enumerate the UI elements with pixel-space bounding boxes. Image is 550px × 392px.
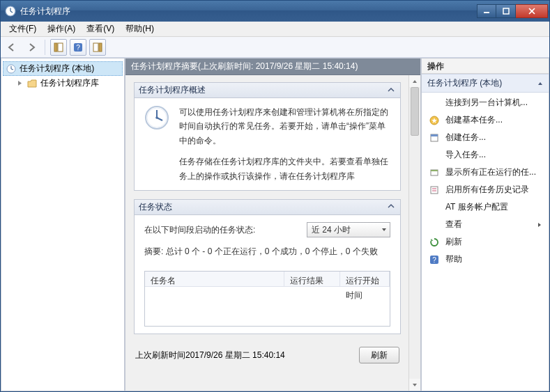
status-table-head: 任务名 运行结果 运行开始时间: [145, 272, 390, 287]
task-icon: [429, 132, 440, 143]
blank-icon: [429, 219, 440, 230]
time-range-value: 近 24 小时: [312, 223, 351, 237]
col-run-result[interactable]: 运行结果: [284, 272, 340, 286]
actions-pane: 操作 任务计划程序 (本地) 连接到另一台计算机... 创建基本任务...: [421, 58, 549, 391]
menu-help[interactable]: 帮助(H): [120, 22, 160, 36]
blank-icon: [429, 202, 440, 213]
vertical-scrollbar[interactable]: [408, 75, 420, 391]
navigation-tree[interactable]: 任务计划程序 (本地) 任务计划程序库: [1, 58, 125, 391]
time-range-dropdown[interactable]: 近 24 小时: [307, 222, 390, 237]
actions-section-header[interactable]: 任务计划程序 (本地): [422, 74, 549, 93]
center-header: 任务计划程序摘要(上次刷新时间: 2017/9/26 星期二 15:40:14): [125, 58, 420, 75]
nav-back-button[interactable]: [3, 39, 20, 56]
blank-icon: [429, 97, 440, 109]
status-summary: 摘要: 总计 0 个 - 0 个正在运行，0 个成功，0 个停止，0 个失败: [144, 244, 390, 258]
svg-rect-8: [58, 43, 63, 52]
menu-view[interactable]: 查看(V): [81, 22, 120, 36]
action-import[interactable]: 导入任务...: [422, 146, 549, 164]
toolbar: ?: [1, 37, 549, 58]
status-group: 任务状态 在以下时间段启动的任务状态: 近 24 小时: [134, 199, 401, 334]
close-button[interactable]: [516, 4, 548, 18]
scroll-track[interactable]: [409, 87, 420, 379]
status-header[interactable]: 任务状态: [135, 200, 400, 215]
action-refresh-label: 刷新: [445, 236, 543, 248]
action-connect-label: 连接到另一台计算机...: [445, 97, 543, 109]
action-create-task[interactable]: 创建任务...: [422, 129, 549, 146]
action-refresh[interactable]: 刷新: [422, 233, 549, 251]
tree-library-label: 任务计划程序库: [40, 77, 99, 89]
status-table: 任务名 运行结果 运行开始时间: [144, 271, 390, 327]
center-body: 任务计划程序概述: [125, 75, 420, 391]
svg-rect-23: [431, 134, 438, 136]
svg-rect-12: [99, 43, 102, 52]
action-help[interactable]: ? 帮助: [422, 251, 549, 268]
action-connect[interactable]: 连接到另一台计算机...: [422, 94, 549, 111]
action-create-basic[interactable]: 创建基本任务...: [422, 111, 549, 129]
action-at-service-label: AT 服务帐户配置: [445, 201, 543, 213]
status-range-label: 在以下时间段启动的任务状态:: [144, 223, 255, 237]
svg-text:?: ?: [76, 44, 80, 52]
status-body: 在以下时间段启动的任务状态: 近 24 小时 摘要: 总计 0 个 - 0 个正…: [135, 215, 400, 334]
svg-rect-25: [431, 170, 438, 171]
blank-icon: [429, 150, 440, 161]
actions-pane-title: 操作: [422, 58, 549, 74]
collapse-icon[interactable]: [386, 202, 396, 212]
overview-group: 任务计划程序概述: [134, 82, 401, 191]
scroll-down-icon[interactable]: [409, 379, 420, 391]
action-enable-history[interactable]: 启用所有任务历史记录: [422, 181, 549, 198]
overview-para2: 任务存储在任务计划程序库的文件夹中。若要查看单独任务上的操作或执行该操作，请在任…: [179, 155, 390, 183]
action-show-running[interactable]: 显示所有正在运行的任...: [422, 164, 549, 181]
refresh-icon: [429, 237, 440, 248]
actions-section-title: 任务计划程序 (本地): [427, 77, 502, 89]
toolbar-separator: [45, 40, 45, 55]
center-footer: 上次刷新时间2017/9/26 星期二 15:40:14 刷新: [134, 343, 401, 363]
history-icon: [429, 185, 440, 196]
refresh-button[interactable]: 刷新: [359, 347, 399, 363]
action-show-running-label: 显示所有正在运行的任...: [445, 166, 543, 178]
action-view-label: 查看: [445, 219, 462, 230]
help-icon: ?: [429, 254, 440, 265]
help-toolbar-button[interactable]: ?: [70, 39, 86, 56]
svg-rect-7: [54, 43, 57, 52]
col-start-time[interactable]: 运行开始时间: [340, 272, 390, 286]
tree-root-node[interactable]: 任务计划程序 (本地): [3, 61, 123, 76]
wizard-icon: [429, 115, 440, 126]
svg-rect-11: [93, 43, 98, 52]
app-clock-icon: [5, 6, 16, 17]
overview-para1: 可以使用任务计划程序来创建和管理计算机将在所指定的时间自动执行的常见任务。若要开…: [179, 105, 390, 148]
maximize-button[interactable]: [496, 4, 516, 18]
window-title: 任务计划程序: [20, 6, 477, 17]
action-enable-history-label: 启用所有任务历史记录: [445, 184, 543, 196]
overview-body: 可以使用任务计划程序来创建和管理计算机将在所指定的时间自动执行的常见任务。若要开…: [135, 98, 400, 190]
svg-text:?: ?: [432, 256, 436, 264]
actions-list: 连接到另一台计算机... 创建基本任务... 创建任务... 导入任务...: [422, 93, 549, 269]
show-hide-tree-button[interactable]: [50, 39, 67, 56]
running-tasks-icon: [429, 167, 440, 178]
col-task-name[interactable]: 任务名: [145, 272, 284, 286]
action-create-basic-label: 创建基本任务...: [445, 114, 543, 126]
nav-forward-button[interactable]: [23, 39, 40, 56]
expand-icon[interactable]: [15, 79, 24, 88]
window-controls: [477, 4, 548, 18]
action-create-task-label: 创建任务...: [445, 132, 543, 143]
collapse-up-icon[interactable]: [537, 79, 543, 88]
tree-library-node[interactable]: 任务计划程序库: [3, 76, 123, 91]
chevron-right-icon: [536, 220, 543, 230]
menu-file[interactable]: 文件(F): [3, 22, 42, 36]
scroll-up-icon[interactable]: [409, 75, 420, 87]
collapse-icon[interactable]: [386, 86, 396, 95]
action-view[interactable]: 查看: [422, 216, 549, 233]
clock-icon: [6, 63, 17, 75]
menubar: 文件(F) 操作(A) 查看(V) 帮助(H): [1, 22, 549, 37]
svg-point-20: [155, 116, 158, 119]
titlebar: 任务计划程序: [1, 1, 549, 22]
scroll-thumb[interactable]: [411, 87, 419, 136]
tree-root-label: 任务计划程序 (本地): [20, 63, 94, 75]
action-at-service[interactable]: AT 服务帐户配置: [422, 198, 549, 216]
menu-action[interactable]: 操作(A): [42, 22, 81, 36]
action-help-label: 帮助: [445, 253, 543, 265]
minimize-button[interactable]: [477, 4, 496, 18]
chevron-down-icon: [381, 223, 387, 237]
overview-header[interactable]: 任务计划程序概述: [135, 83, 400, 98]
show-hide-action-pane-button[interactable]: [89, 39, 106, 56]
